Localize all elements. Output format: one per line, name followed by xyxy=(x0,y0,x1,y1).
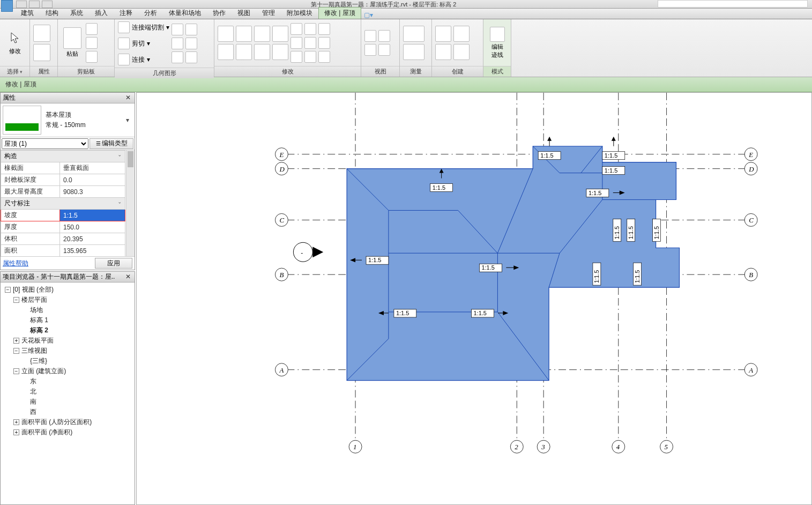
type-properties-icon[interactable] xyxy=(33,44,50,61)
paste-button[interactable]: 粘贴 xyxy=(61,25,84,60)
collapse-icon[interactable]: − xyxy=(5,287,11,293)
tree-item[interactable]: 东 xyxy=(22,376,132,387)
properties-header[interactable]: 属性 ✕ xyxy=(1,93,135,103)
tree-item[interactable]: {三维} xyxy=(22,356,132,366)
slope-label[interactable]: 1:1.5 xyxy=(634,263,642,285)
create-icon[interactable] xyxy=(453,44,470,60)
tab-architecture[interactable]: 建筑 xyxy=(15,7,40,19)
collapse-icon[interactable]: − xyxy=(13,348,19,354)
rotate-icon[interactable] xyxy=(254,44,270,60)
match-icon[interactable] xyxy=(86,51,98,63)
copy-icon[interactable] xyxy=(86,37,98,49)
tree-root[interactable]: −[0] 视图 (全部) −楼层平面 场地 标高 1 标高 2 +天花板平面 −… xyxy=(5,285,132,437)
measure-icon[interactable] xyxy=(403,26,424,42)
tree-item[interactable]: 南 xyxy=(22,397,132,407)
geom-icon[interactable] xyxy=(172,24,183,35)
scale-icon[interactable] xyxy=(290,37,302,49)
properties-icon[interactable] xyxy=(33,25,50,42)
browser-header[interactable]: 项目浏览器 - 第十一期真题第一题：屋... ✕ xyxy=(1,272,135,283)
grp-icon[interactable] xyxy=(304,51,316,63)
slope-label[interactable]: 1:1.5 xyxy=(613,219,621,241)
drawing-canvas[interactable]: E E D D C C B B A A 1 2 3 4 5 xyxy=(136,92,812,505)
search-input[interactable] xyxy=(658,0,808,8)
geom-icon[interactable] xyxy=(172,38,183,49)
geom-icon[interactable] xyxy=(185,38,197,49)
close-icon[interactable]: ✕ xyxy=(124,273,132,281)
tree-item[interactable]: 标高 2 xyxy=(22,325,132,336)
grp-icon[interactable] xyxy=(304,37,316,49)
mirror-icon[interactable] xyxy=(254,26,270,42)
tree-item[interactable]: 西 xyxy=(22,407,132,417)
trim-icon[interactable] xyxy=(272,26,288,42)
slope-label[interactable]: 1:1.5 xyxy=(602,167,625,175)
prop-row[interactable]: 厚度150.0 xyxy=(1,221,125,233)
tree-area1[interactable]: +面积平面 (人防分区面积) xyxy=(13,417,132,427)
tree-item[interactable]: 标高 1 xyxy=(22,315,132,325)
tab-modify-roof[interactable]: 修改 | 屋顶 xyxy=(318,7,361,19)
edit-type-button[interactable]: ☰编辑类型 xyxy=(90,138,133,149)
expand-icon[interactable]: + xyxy=(13,419,19,425)
scroll-thumb[interactable] xyxy=(128,151,133,167)
align-icon[interactable] xyxy=(218,26,234,42)
prop-row[interactable]: 面积135.965 xyxy=(1,245,125,257)
tab-massing[interactable]: 体量和场地 xyxy=(163,7,207,19)
offset-icon[interactable] xyxy=(236,26,252,42)
elevation-marker[interactable]: - xyxy=(293,242,323,262)
tree-3d[interactable]: −三维视图 {三维} xyxy=(13,346,132,366)
create-icon[interactable] xyxy=(435,26,451,42)
tree-item[interactable]: 场地 xyxy=(22,305,132,315)
array-icon[interactable] xyxy=(290,23,302,35)
prop-row[interactable]: 封檐板深度0.0 xyxy=(1,174,125,186)
geom-icon[interactable] xyxy=(185,24,197,35)
join-button[interactable]: 连接▾ xyxy=(118,54,150,65)
del-icon[interactable] xyxy=(318,23,330,35)
view-icon[interactable] xyxy=(364,30,376,42)
modify-button[interactable]: 修改 xyxy=(3,28,26,57)
expand-icon[interactable]: + xyxy=(13,429,19,435)
expand-icon[interactable]: + xyxy=(13,338,19,344)
view-icon[interactable] xyxy=(378,30,390,42)
prop-row[interactable]: 最大屋脊高度9080.3 xyxy=(1,186,125,198)
geom-icon[interactable] xyxy=(172,51,183,63)
tree-elev[interactable]: −立面 (建筑立面) 东 北 南 西 xyxy=(13,366,132,417)
tab-manage[interactable]: 管理 xyxy=(256,7,281,19)
grp-icon[interactable] xyxy=(304,23,316,35)
close-icon[interactable]: ✕ xyxy=(124,94,132,102)
tab-systems[interactable]: 系统 xyxy=(64,7,89,19)
scrollbar[interactable] xyxy=(126,150,135,256)
create-icon[interactable] xyxy=(453,26,470,42)
cut-icon[interactable] xyxy=(86,23,98,35)
tab-addins[interactable]: 附加模块 xyxy=(281,7,318,19)
tree-floorplans[interactable]: −楼层平面 场地 标高 1 标高 2 xyxy=(13,295,132,336)
del-icon[interactable] xyxy=(318,51,330,63)
tree-ceiling[interactable]: +天花板平面 xyxy=(13,336,132,346)
tab-annotate[interactable]: 注释 xyxy=(114,7,138,19)
collapse-icon[interactable]: − xyxy=(13,297,19,303)
cut-geom-button[interactable]: 剪切▾ xyxy=(118,38,150,49)
instance-filter[interactable]: 屋顶 (1) xyxy=(2,138,88,149)
tab-view[interactable]: 视图 xyxy=(232,7,256,19)
tree-area2[interactable]: +面积平面 (净面积) xyxy=(13,427,132,437)
type-selector[interactable]: 基本屋顶 常规 - 150mm ▾ xyxy=(1,103,135,137)
group-dimensions[interactable]: 尺寸标注 xyxy=(1,198,125,210)
gridline-E[interactable]: E E xyxy=(275,148,757,161)
view-icon[interactable] xyxy=(364,44,376,56)
copy-icon[interactable] xyxy=(236,44,252,60)
slope-label[interactable]: 1:1.5 xyxy=(593,263,601,285)
group-construction[interactable]: 构造 xyxy=(1,151,125,162)
prop-row[interactable]: 椽截面垂直截面 xyxy=(1,162,125,174)
tab-analyze[interactable]: 分析 xyxy=(138,7,163,19)
split-icon[interactable] xyxy=(272,44,288,60)
tab-expand-icon[interactable]: ▢▾ xyxy=(361,11,376,19)
prop-row-slope[interactable]: 坡度1:1.5 xyxy=(1,210,125,221)
del-icon[interactable] xyxy=(318,37,330,49)
apply-button[interactable]: 应用 xyxy=(95,258,132,269)
roof-footprint[interactable] xyxy=(347,146,679,381)
app-icon[interactable] xyxy=(1,0,13,12)
dimension-icon[interactable] xyxy=(403,44,424,60)
properties-help-link[interactable]: 属性帮助 xyxy=(3,259,28,268)
move-icon[interactable] xyxy=(218,44,234,60)
geom-icon[interactable] xyxy=(185,51,197,63)
edit-footprint-button[interactable]: 编辑 迹线 xyxy=(487,25,508,61)
create-icon[interactable] xyxy=(435,44,451,60)
